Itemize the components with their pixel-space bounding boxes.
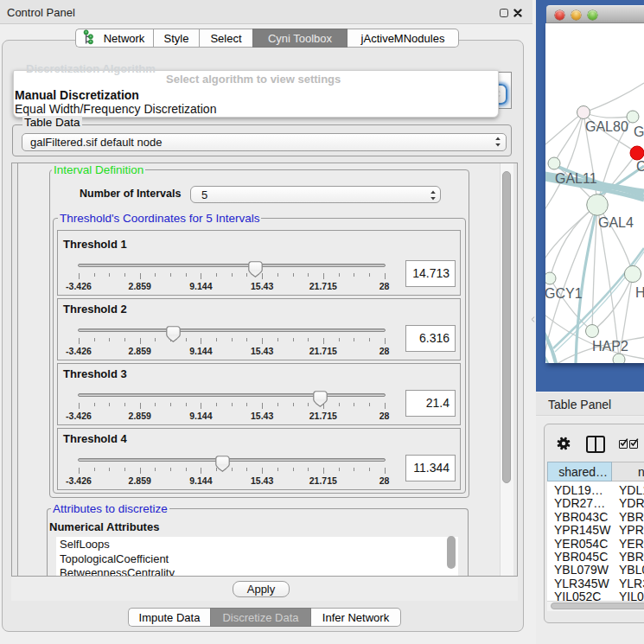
svg-text:GAL80: GAL80 bbox=[585, 119, 628, 134]
svg-text:H: H bbox=[635, 285, 644, 300]
svg-text:HAP2: HAP2 bbox=[592, 339, 628, 354]
svg-text:C: C bbox=[636, 159, 644, 174]
svg-text:GAL11: GAL11 bbox=[555, 171, 597, 186]
svg-text:GAL4: GAL4 bbox=[598, 215, 634, 230]
svg-text:GCY1: GCY1 bbox=[545, 286, 583, 301]
svg-text:GA: GA bbox=[634, 124, 644, 139]
